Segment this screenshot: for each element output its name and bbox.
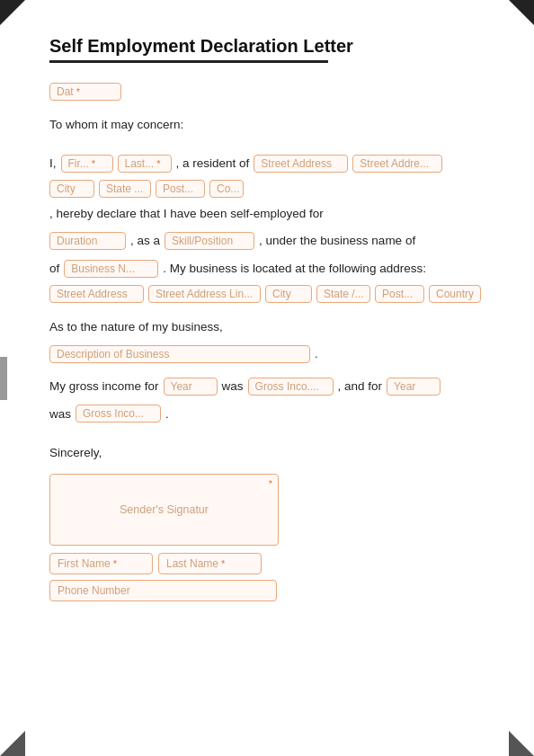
date-row: Dat * (49, 83, 485, 101)
year1-input[interactable]: Year (164, 378, 218, 396)
description-input[interactable]: Description of Business (49, 345, 310, 363)
income-row2: was Gross Inco... . (49, 403, 485, 426)
text-nature: As to the nature of my business, (49, 316, 485, 339)
year1-label: Year (171, 380, 192, 393)
income-row1: My gross income for Year was Gross Inco.… (49, 375, 485, 398)
addr2-street1-label: Street Address (57, 288, 128, 300)
date-input[interactable]: Dat * (49, 83, 121, 101)
last-name-required: * (156, 158, 160, 169)
para1-row3: Duration , as a Skill/Position , under t… (49, 229, 485, 253)
text-was2: was (49, 403, 71, 426)
desc-row: Description of Business . (49, 342, 485, 366)
income1-label: Gross Inco.... (255, 380, 319, 393)
street1-input[interactable]: Street Address (254, 155, 348, 173)
nature-section: As to the nature of my business, Descrip… (49, 316, 485, 366)
addr2-row: Street Address Street Address Lin... Cit… (49, 285, 485, 303)
state-input[interactable]: State ... (99, 180, 151, 198)
business-input[interactable]: Business N... (64, 260, 158, 278)
skill-label: Skill/Position (172, 235, 233, 247)
addr2-street2-input[interactable]: Street Address Lin... (148, 285, 261, 303)
street2-label: Street Addre... (360, 157, 429, 170)
title-underline (49, 60, 328, 63)
income-section: My gross income for Year was Gross Inco.… (49, 375, 485, 425)
income2-input[interactable]: Gross Inco... (76, 405, 161, 422)
text-under: , under the business name of (259, 229, 415, 253)
country-label: Co... (217, 182, 239, 195)
text-period2: . (165, 403, 169, 426)
street1-label: Street Address (261, 157, 332, 170)
addr2-country-label: Country (436, 288, 474, 300)
sender-last-label: Last Name (166, 557, 218, 570)
country-input[interactable]: Co... (209, 180, 244, 198)
description-label: Description of Business (57, 348, 169, 360)
sincerely-text: Sincerely, (49, 441, 485, 465)
business-label: Business N... (71, 262, 135, 275)
postal-label: Post... (163, 182, 193, 195)
document-page: Self Employment Declaration Letter Dat *… (0, 0, 534, 756)
date-required: * (76, 86, 80, 97)
corner-decoration-br (509, 731, 534, 756)
sender-first-input[interactable]: First Name * (49, 553, 153, 574)
sender-first-required: * (113, 558, 117, 569)
first-name-required: * (92, 158, 95, 169)
text-income: My gross income for (49, 375, 159, 398)
state-label: State ... (106, 182, 143, 195)
page-title: Self Employment Declaration Letter (49, 36, 485, 57)
text-period1: . (315, 342, 318, 366)
text-of: of (49, 257, 59, 280)
text-i: I, (49, 152, 57, 175)
addr2-street1-input[interactable]: Street Address (49, 285, 144, 303)
postal-input[interactable]: Post... (156, 180, 205, 198)
text-located: . My business is located at the followin… (163, 257, 426, 280)
first-name-input[interactable]: Fir... * (61, 155, 113, 173)
sender-name-row: First Name * Last Name * (49, 553, 485, 574)
text-and-for: , and for (338, 375, 383, 398)
sender-last-required: * (221, 558, 225, 569)
duration-label: Duration (57, 235, 97, 247)
date-label: Dat (57, 85, 74, 98)
skill-input[interactable]: Skill/Position (165, 232, 254, 250)
side-tab (0, 357, 7, 400)
para1-line1: I, Fir... * Last... * , a resident of St… (49, 152, 485, 280)
year2-input[interactable]: Year (387, 378, 441, 396)
para1-row2: City State ... Post... Co... , hereby de… (49, 180, 485, 226)
last-name-input[interactable]: Last... * (118, 155, 172, 173)
city-input[interactable]: City (49, 180, 94, 198)
text-as: , as a (130, 229, 160, 253)
para1-row4: of Business N... . My business is locate… (49, 257, 485, 280)
signature-required: * (269, 478, 272, 489)
duration-input[interactable]: Duration (49, 232, 126, 250)
city-label: City (57, 182, 76, 195)
text-resident: , a resident of (176, 152, 250, 175)
street2-input[interactable]: Street Addre... (352, 155, 442, 173)
salutation: To whom it may concern: (49, 113, 485, 137)
signature-label: Sender's Signatur (120, 503, 209, 516)
para1-row1: I, Fir... * Last... * , a resident of St… (49, 152, 485, 175)
addr2-postal-label: Post... (382, 288, 413, 300)
addr2-city-label: City (272, 288, 291, 300)
phone-label: Phone Number (58, 584, 130, 597)
phone-input[interactable]: Phone Number (49, 580, 277, 601)
addr2-country-input[interactable]: Country (429, 285, 481, 303)
corner-decoration-tl (0, 0, 25, 25)
addr2-city-input[interactable]: City (265, 285, 312, 303)
text-was1: was (222, 375, 244, 398)
addr2-street2-label: Street Address Lin... (156, 288, 253, 300)
corner-decoration-tr (509, 0, 534, 25)
income1-input[interactable]: Gross Inco.... (248, 378, 334, 396)
income2-label: Gross Inco... (83, 407, 144, 420)
signature-input[interactable]: * Sender's Signatur (49, 474, 279, 546)
addr2-postal-input[interactable]: Post... (375, 285, 424, 303)
addr2-state-input[interactable]: State /... (316, 285, 370, 303)
sender-first-label: First Name (58, 557, 111, 570)
last-name-label: Last... (125, 157, 155, 170)
sender-last-input[interactable]: Last Name * (158, 553, 262, 574)
addr2-state-label: State /... (324, 288, 364, 300)
corner-decoration-bl (0, 731, 25, 756)
year2-label: Year (394, 380, 415, 393)
text-declare: , hereby declare that I have been self-e… (49, 202, 324, 226)
first-name-label: Fir... (68, 157, 89, 170)
